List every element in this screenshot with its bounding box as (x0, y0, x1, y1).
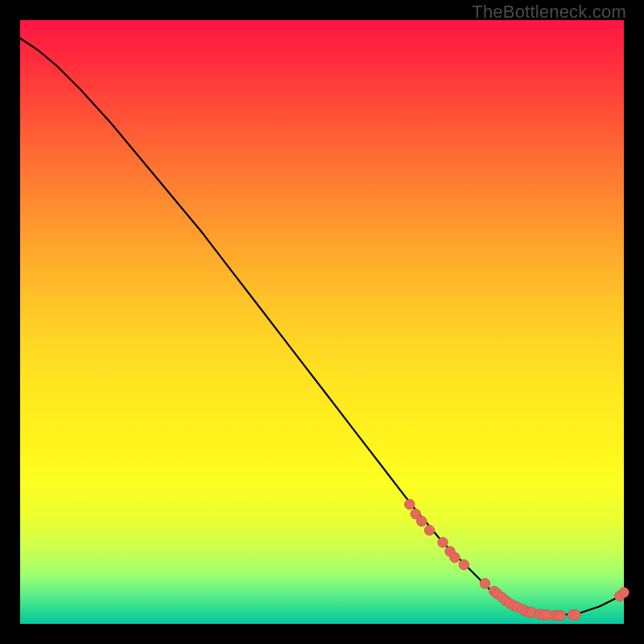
data-point (619, 588, 629, 597)
attribution-text: TheBottleneck.com (472, 2, 626, 23)
data-point (438, 538, 448, 547)
data-point (480, 579, 489, 588)
data-point (405, 499, 415, 509)
data-point (459, 559, 469, 569)
data-point (555, 610, 565, 620)
data-point (417, 516, 427, 526)
chart-overlay (20, 20, 624, 624)
data-points-group (405, 499, 630, 620)
data-point (450, 552, 460, 562)
bottleneck-curve (20, 39, 624, 615)
chart-stage: TheBottleneck.com (0, 0, 644, 644)
data-point (571, 610, 580, 620)
data-point (424, 526, 434, 535)
